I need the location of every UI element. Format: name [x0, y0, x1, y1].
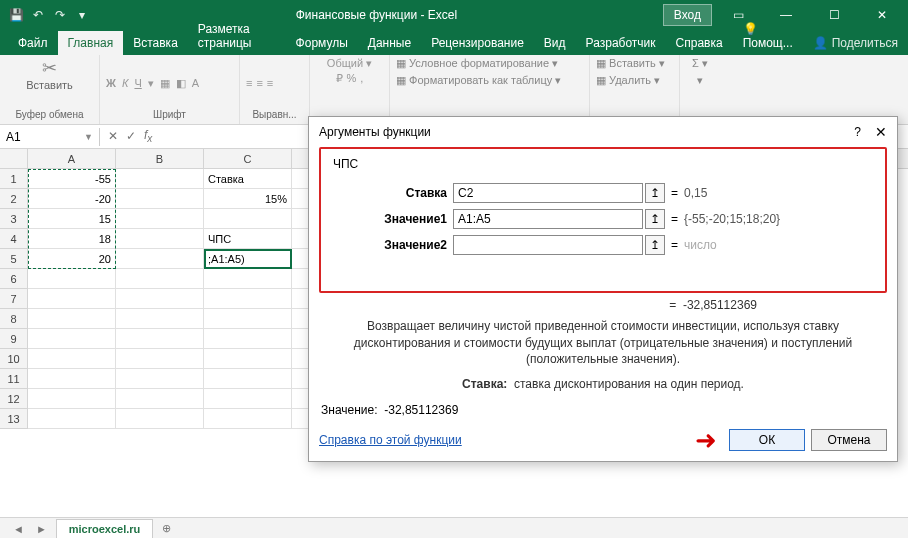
conditional-formatting-button[interactable]: ▦ Условное форматирование ▾ — [396, 57, 558, 70]
sheet-nav-prev-icon[interactable]: ◄ — [10, 523, 27, 535]
cut-icon[interactable]: ✂ — [42, 57, 57, 79]
row-header[interactable]: 12 — [0, 389, 28, 409]
cell[interactable] — [204, 389, 292, 409]
tab-developer[interactable]: Разработчик — [576, 31, 666, 55]
select-all-corner[interactable] — [0, 149, 28, 168]
cell[interactable] — [28, 309, 116, 329]
cell[interactable] — [116, 169, 204, 189]
border-icon[interactable]: ▦ — [160, 77, 170, 90]
row-header[interactable]: 4 — [0, 229, 28, 249]
name-box[interactable]: A1▼ — [0, 128, 100, 146]
tab-layout[interactable]: Разметка страницы — [188, 17, 286, 55]
argument-input[interactable] — [453, 235, 643, 255]
cell[interactable] — [116, 369, 204, 389]
cell[interactable] — [116, 349, 204, 369]
dialog-help-icon[interactable]: ? — [854, 125, 861, 139]
row-header[interactable]: 10 — [0, 349, 28, 369]
cell[interactable] — [116, 409, 204, 429]
cancel-button[interactable]: Отмена — [811, 429, 887, 451]
row-header[interactable]: 7 — [0, 289, 28, 309]
cell[interactable]: ЧПС — [204, 229, 292, 249]
maximize-icon[interactable]: ☐ — [812, 0, 856, 30]
cell[interactable] — [116, 289, 204, 309]
autosum-icon[interactable]: Σ ▾ — [692, 57, 708, 70]
tab-file[interactable]: Файл — [8, 31, 58, 55]
tab-insert[interactable]: Вставка — [123, 31, 188, 55]
save-icon[interactable]: 💾 — [8, 7, 24, 23]
cell[interactable] — [204, 209, 292, 229]
range-selector-icon[interactable]: ↥ — [645, 209, 665, 229]
share-button[interactable]: 👤 Поделиться — [803, 31, 908, 55]
cell[interactable] — [28, 369, 116, 389]
cell[interactable] — [116, 209, 204, 229]
redo-icon[interactable]: ↷ — [52, 7, 68, 23]
cell[interactable] — [116, 269, 204, 289]
tab-review[interactable]: Рецензирование — [421, 31, 534, 55]
align-right-icon[interactable]: ≡ — [267, 77, 273, 89]
cell[interactable] — [204, 369, 292, 389]
qat-more-icon[interactable]: ▾ — [74, 7, 90, 23]
row-header[interactable]: 6 — [0, 269, 28, 289]
ok-button[interactable]: ОК — [729, 429, 805, 451]
undo-icon[interactable]: ↶ — [30, 7, 46, 23]
new-sheet-icon[interactable]: ⊕ — [159, 522, 174, 535]
cell[interactable] — [116, 309, 204, 329]
function-help-link[interactable]: Справка по этой функции — [319, 433, 462, 447]
fx-icon[interactable]: fx — [144, 128, 152, 144]
col-header-A[interactable]: A — [28, 149, 116, 168]
col-header-C[interactable]: C — [204, 149, 292, 168]
argument-input[interactable] — [453, 209, 643, 229]
cell[interactable] — [116, 249, 204, 269]
cell[interactable] — [204, 409, 292, 429]
cell[interactable] — [28, 289, 116, 309]
cell[interactable] — [116, 189, 204, 209]
cell[interactable] — [28, 269, 116, 289]
tab-data[interactable]: Данные — [358, 31, 421, 55]
cancel-formula-icon[interactable]: ✕ — [108, 129, 118, 143]
range-selector-icon[interactable]: ↥ — [645, 235, 665, 255]
close-icon[interactable]: ✕ — [860, 0, 904, 30]
row-header[interactable]: 8 — [0, 309, 28, 329]
enter-formula-icon[interactable]: ✓ — [126, 129, 136, 143]
fill-down-icon[interactable]: ▾ — [697, 74, 703, 87]
cell[interactable]: 15 — [28, 209, 116, 229]
tab-home[interactable]: Главная — [58, 31, 124, 55]
argument-input[interactable] — [453, 183, 643, 203]
cell[interactable]: -55 — [28, 169, 116, 189]
row-header[interactable]: 11 — [0, 369, 28, 389]
cell[interactable]: Ставка — [204, 169, 292, 189]
cell[interactable] — [28, 349, 116, 369]
underline-button[interactable]: Ч — [134, 77, 141, 89]
cell[interactable] — [28, 409, 116, 429]
cell[interactable] — [204, 309, 292, 329]
row-header[interactable]: 13 — [0, 409, 28, 429]
sheet-nav-next-icon[interactable]: ► — [33, 523, 50, 535]
sheet-tab[interactable]: microexcel.ru — [56, 519, 154, 538]
align-center-icon[interactable]: ≡ — [256, 77, 262, 89]
cell[interactable]: 18 — [28, 229, 116, 249]
tab-formulas[interactable]: Формулы — [286, 31, 358, 55]
insert-cells-button[interactable]: ▦ Вставить ▾ — [596, 57, 665, 70]
delete-cells-button[interactable]: ▦ Удалить ▾ — [596, 74, 660, 87]
cell[interactable] — [116, 229, 204, 249]
cell[interactable] — [116, 329, 204, 349]
cell[interactable]: 15% — [204, 189, 292, 209]
number-format[interactable]: Общий ▾ — [327, 57, 372, 70]
font-color-icon[interactable]: A — [192, 77, 199, 89]
col-header-B[interactable]: B — [116, 149, 204, 168]
cell[interactable]: ;A1:A5) — [204, 249, 292, 269]
row-header[interactable]: 5 — [0, 249, 28, 269]
italic-button[interactable]: К — [122, 77, 128, 89]
tab-view[interactable]: Вид — [534, 31, 576, 55]
tab-tellme[interactable]: 💡 Помощ... — [733, 17, 803, 55]
dialog-close-icon[interactable]: ✕ — [875, 124, 887, 140]
comma-icon[interactable]: , — [360, 72, 363, 85]
cell[interactable] — [28, 389, 116, 409]
cell[interactable] — [204, 349, 292, 369]
row-header[interactable]: 9 — [0, 329, 28, 349]
tab-help[interactable]: Справка — [666, 31, 733, 55]
range-selector-icon[interactable]: ↥ — [645, 183, 665, 203]
percent-icon[interactable]: % — [347, 72, 357, 85]
paste-button[interactable]: Вставить — [26, 79, 73, 91]
cell[interactable] — [28, 329, 116, 349]
